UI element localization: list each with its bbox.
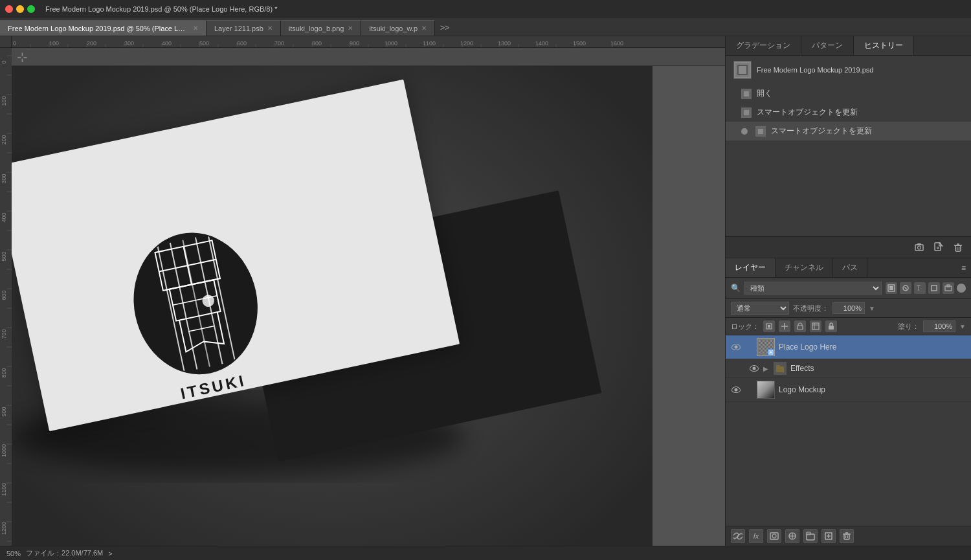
svg-text:300: 300 [124, 40, 134, 47]
channels-tab[interactable]: チャンネル [776, 258, 833, 277]
eye-icon-place-logo [731, 344, 741, 350]
svg-rect-132 [889, 286, 893, 290]
filter-icons: T [886, 282, 966, 294]
layer-list: Place Logo Here ▶ Effects [726, 335, 971, 526]
svg-rect-143 [798, 326, 803, 330]
lock-position-icon[interactable] [794, 320, 806, 332]
svg-rect-126 [955, 245, 961, 251]
create-group-button[interactable] [803, 529, 818, 543]
filter-smartobj-icon[interactable] [943, 282, 954, 294]
tab-overflow[interactable]: >> [435, 20, 454, 36]
right-panel: グラデーション パターン ヒストリー Free Modern L [725, 36, 971, 546]
history-item-2[interactable]: スマートオブジェクトを更新 [726, 122, 971, 140]
history-tab[interactable]: ヒストリー [854, 36, 914, 55]
history-item-0[interactable]: 開く [726, 84, 971, 103]
history-filename: Free Modern Logo Mockup 2019.psd [757, 66, 873, 74]
tab-4-close[interactable]: ✕ [421, 25, 427, 32]
svg-text:1100: 1100 [1, 483, 7, 496]
svg-text:900: 900 [1, 407, 7, 416]
svg-text:1200: 1200 [1, 522, 7, 535]
delete-layer-button[interactable] [840, 529, 854, 543]
svg-text:T: T [917, 285, 921, 292]
effects-row[interactable]: ▶ Effects [726, 359, 971, 378]
search-icon: 🔍 [731, 284, 741, 293]
fill-input[interactable] [923, 320, 955, 332]
svg-rect-117 [744, 110, 749, 115]
svg-text:0: 0 [1, 60, 7, 63]
filter-text-icon[interactable]: T [914, 282, 926, 294]
lock-label: ロック： [731, 322, 759, 331]
fx-button[interactable]: fx [749, 529, 763, 543]
ruler-top: 0 100 200 300 400 500 600 700 800 900 10… [12, 36, 725, 48]
canvas-content: ITSUKI ⊹ [12, 48, 725, 546]
paths-tab[interactable]: パス [833, 258, 867, 277]
fill-arrow[interactable]: ▼ [959, 323, 966, 330]
opacity-input[interactable] [832, 302, 865, 314]
tab-3-label: itsuki_logo_b.png [289, 25, 344, 32]
layer-visibility-effects[interactable] [749, 363, 759, 374]
tab-close[interactable]: ✕ [193, 25, 198, 32]
layer-visibility-logo-mockup[interactable] [731, 385, 741, 395]
new-snapshot-button[interactable] [911, 240, 927, 255]
lock-pixels-icon[interactable] [779, 320, 790, 332]
pattern-tab[interactable]: パターン [801, 36, 854, 55]
svg-text:900: 900 [350, 40, 359, 47]
create-fill-layer-button[interactable] [785, 529, 799, 543]
lock-all-icon[interactable] [825, 320, 837, 332]
filter-adjust-icon[interactable] [900, 282, 911, 294]
svg-text:200: 200 [1, 135, 7, 144]
tab-3[interactable]: itsuki_logo_b.png ✕ [281, 20, 362, 36]
history-item-icon-1 [741, 107, 752, 118]
layer-filter-select[interactable]: 種類 [744, 282, 882, 295]
svg-point-153 [772, 534, 776, 538]
lock-transparent-icon[interactable] [763, 320, 775, 332]
svg-text:500: 500 [1, 251, 7, 261]
history-item-1[interactable]: スマートオブジェクトを更新 [726, 103, 971, 122]
tab-active[interactable]: Free Modern Logo Mockup 2019.psd @ 50% (… [0, 20, 206, 36]
tab-2[interactable]: Layer 1211.psb ✕ [206, 20, 281, 36]
layer-row-logo-mockup[interactable]: Logo Mockup [726, 378, 971, 402]
tab-3-close[interactable]: ✕ [348, 25, 353, 32]
filter-pixel-icon[interactable] [886, 282, 897, 294]
close-button[interactable] [5, 5, 13, 13]
link-layers-button[interactable] [731, 529, 745, 543]
create-new-layer-button[interactable] [821, 529, 836, 543]
svg-rect-113 [739, 66, 746, 74]
effects-expand-icon[interactable]: ▶ [763, 365, 768, 372]
layer-name-effects: Effects [790, 364, 966, 373]
layer-thumb-place-logo [757, 338, 775, 356]
layer-panel-options[interactable]: ≡ [956, 258, 971, 277]
delete-history-button[interactable] [950, 240, 966, 255]
status-bar: 50% ファイル：22.0M/77.6M > [0, 546, 971, 560]
add-mask-button[interactable] [767, 529, 781, 543]
history-item-icon-2 [755, 126, 766, 137]
layer-row-place-logo[interactable]: Place Logo Here [726, 335, 971, 359]
blend-mode-select[interactable]: 通常 [731, 302, 789, 315]
layer-visibility-place-logo[interactable] [731, 342, 741, 352]
svg-text:400: 400 [1, 212, 7, 222]
history-item-label-2: スマートオブジェクトを更新 [771, 126, 872, 137]
svg-text:0: 0 [13, 40, 16, 47]
layer-thumb-logo-mockup [757, 381, 775, 399]
filter-shape-icon[interactable] [928, 282, 940, 294]
tab-bar: Free Modern Logo Mockup 2019.psd @ 50% (… [0, 18, 971, 36]
history-header: Free Modern Logo Mockup 2019.psd [726, 56, 971, 84]
svg-text:200: 200 [87, 40, 96, 47]
svg-text:1000: 1000 [385, 40, 397, 47]
maximize-button[interactable] [27, 5, 35, 13]
gradient-tab[interactable]: グラデーション [726, 36, 801, 55]
layers-tab[interactable]: レイヤー [726, 258, 776, 277]
filter-toggle[interactable] [957, 284, 966, 293]
opacity-arrow[interactable]: ▼ [869, 305, 875, 312]
history-item-dot-2 [741, 128, 748, 135]
file-info: ファイル：22.0M/77.6M [26, 548, 103, 558]
effects-folder-icon [774, 362, 787, 375]
status-arrow[interactable]: > [108, 550, 112, 557]
title-bar: Free Modern Logo Mockup 2019.psd @ 50% (… [0, 0, 971, 18]
create-document-button[interactable] [931, 240, 946, 255]
minimize-button[interactable] [16, 5, 24, 13]
lock-artboard-icon[interactable] [810, 320, 821, 332]
history-actions [726, 237, 971, 258]
tab-2-close[interactable]: ✕ [267, 25, 273, 32]
tab-4[interactable]: itsuki_logo_w.p ✕ [361, 20, 435, 36]
